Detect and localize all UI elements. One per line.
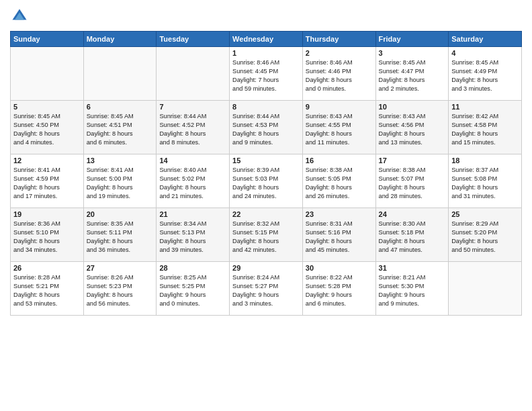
weekday-wednesday: Wednesday: [230, 32, 303, 47]
day-detail: Sunrise: 8:45 AMSunset: 4:50 PMDaylight:…: [13, 112, 81, 147]
weekday-saturday: Saturday: [449, 32, 522, 47]
day-number: 18: [451, 156, 519, 165]
day-cell: 20Sunrise: 8:35 AMSunset: 5:11 PMDayligh…: [83, 208, 157, 262]
weekday-header-row: SundayMondayTuesdayWednesdayThursdayFrid…: [11, 32, 522, 47]
day-number: 7: [159, 103, 226, 111]
day-number: 25: [451, 210, 519, 218]
day-cell: 11Sunrise: 8:42 AMSunset: 4:58 PMDayligh…: [449, 101, 522, 154]
day-number: 2: [306, 49, 373, 57]
day-cell: [157, 47, 230, 101]
day-cell: [449, 262, 522, 316]
week-row-1: 1Sunrise: 8:46 AMSunset: 4:45 PMDaylight…: [11, 47, 522, 101]
weekday-monday: Monday: [83, 32, 157, 47]
day-number: 3: [379, 49, 446, 57]
day-detail: Sunrise: 8:39 AMSunset: 5:03 PMDaylight:…: [232, 166, 300, 201]
day-cell: 2Sunrise: 8:46 AMSunset: 4:46 PMDaylight…: [302, 47, 375, 101]
day-cell: 12Sunrise: 8:41 AMSunset: 4:59 PMDayligh…: [11, 154, 84, 208]
day-number: 19: [13, 210, 81, 218]
day-number: 31: [379, 264, 446, 272]
day-detail: Sunrise: 8:25 AMSunset: 5:25 PMDaylight:…: [159, 273, 226, 308]
day-cell: 9Sunrise: 8:43 AMSunset: 4:55 PMDaylight…: [302, 101, 375, 154]
day-number: 13: [87, 156, 154, 165]
day-detail: Sunrise: 8:35 AMSunset: 5:11 PMDaylight:…: [87, 220, 154, 255]
day-cell: [83, 47, 157, 101]
day-cell: 1Sunrise: 8:46 AMSunset: 4:45 PMDaylight…: [230, 47, 303, 101]
day-cell: 23Sunrise: 8:31 AMSunset: 5:16 PMDayligh…: [302, 208, 375, 262]
weekday-sunday: Sunday: [11, 32, 84, 47]
day-detail: Sunrise: 8:43 AMSunset: 4:56 PMDaylight:…: [379, 112, 446, 147]
day-number: 11: [451, 103, 519, 111]
day-cell: 28Sunrise: 8:25 AMSunset: 5:25 PMDayligh…: [157, 262, 230, 316]
day-detail: Sunrise: 8:30 AMSunset: 5:18 PMDaylight:…: [379, 220, 446, 255]
header: [10, 7, 522, 26]
day-cell: 16Sunrise: 8:38 AMSunset: 5:05 PMDayligh…: [302, 154, 375, 208]
day-number: 14: [159, 156, 226, 165]
day-detail: Sunrise: 8:21 AMSunset: 5:30 PMDaylight:…: [379, 273, 446, 308]
day-cell: 22Sunrise: 8:32 AMSunset: 5:15 PMDayligh…: [230, 208, 303, 262]
logo: [10, 7, 32, 26]
day-detail: Sunrise: 8:38 AMSunset: 5:05 PMDaylight:…: [306, 166, 373, 201]
day-detail: Sunrise: 8:32 AMSunset: 5:15 PMDaylight:…: [232, 220, 300, 255]
day-detail: Sunrise: 8:40 AMSunset: 5:02 PMDaylight:…: [159, 166, 226, 201]
day-detail: Sunrise: 8:43 AMSunset: 4:55 PMDaylight:…: [306, 112, 373, 147]
day-number: 8: [232, 103, 300, 111]
day-cell: 18Sunrise: 8:37 AMSunset: 5:08 PMDayligh…: [449, 154, 522, 208]
day-number: 29: [232, 264, 300, 272]
day-cell: 13Sunrise: 8:41 AMSunset: 5:00 PMDayligh…: [83, 154, 157, 208]
day-detail: Sunrise: 8:41 AMSunset: 4:59 PMDaylight:…: [13, 166, 81, 201]
week-row-2: 5Sunrise: 8:45 AMSunset: 4:50 PMDaylight…: [11, 101, 522, 154]
day-cell: 21Sunrise: 8:34 AMSunset: 5:13 PMDayligh…: [157, 208, 230, 262]
day-detail: Sunrise: 8:45 AMSunset: 4:49 PMDaylight:…: [451, 58, 519, 93]
day-cell: 31Sunrise: 8:21 AMSunset: 5:30 PMDayligh…: [375, 262, 449, 316]
day-number: 23: [306, 210, 373, 218]
page: SundayMondayTuesdayWednesdayThursdayFrid…: [0, 0, 532, 411]
day-number: 22: [232, 210, 300, 218]
day-number: 5: [13, 103, 81, 111]
logo-icon: [10, 7, 29, 26]
day-detail: Sunrise: 8:41 AMSunset: 5:00 PMDaylight:…: [87, 166, 154, 201]
day-detail: Sunrise: 8:31 AMSunset: 5:16 PMDaylight:…: [306, 220, 373, 255]
day-detail: Sunrise: 8:46 AMSunset: 4:46 PMDaylight:…: [306, 58, 373, 93]
day-detail: Sunrise: 8:34 AMSunset: 5:13 PMDaylight:…: [159, 220, 226, 255]
day-cell: 4Sunrise: 8:45 AMSunset: 4:49 PMDaylight…: [449, 47, 522, 101]
day-number: 27: [87, 264, 154, 272]
weekday-friday: Friday: [375, 32, 449, 47]
day-cell: 8Sunrise: 8:44 AMSunset: 4:53 PMDaylight…: [230, 101, 303, 154]
day-number: 24: [379, 210, 446, 218]
day-cell: 24Sunrise: 8:30 AMSunset: 5:18 PMDayligh…: [375, 208, 449, 262]
day-number: 4: [451, 49, 519, 57]
day-detail: Sunrise: 8:22 AMSunset: 5:28 PMDaylight:…: [306, 273, 373, 308]
day-detail: Sunrise: 8:44 AMSunset: 4:53 PMDaylight:…: [232, 112, 300, 147]
day-number: 15: [232, 156, 300, 165]
day-detail: Sunrise: 8:42 AMSunset: 4:58 PMDaylight:…: [451, 112, 519, 147]
day-cell: 26Sunrise: 8:28 AMSunset: 5:21 PMDayligh…: [11, 262, 84, 316]
day-cell: 14Sunrise: 8:40 AMSunset: 5:02 PMDayligh…: [157, 154, 230, 208]
day-number: 30: [306, 264, 373, 272]
day-number: 28: [159, 264, 226, 272]
day-number: 16: [306, 156, 373, 165]
day-detail: Sunrise: 8:38 AMSunset: 5:07 PMDaylight:…: [379, 166, 446, 201]
day-cell: 15Sunrise: 8:39 AMSunset: 5:03 PMDayligh…: [230, 154, 303, 208]
weekday-thursday: Thursday: [302, 32, 375, 47]
week-row-3: 12Sunrise: 8:41 AMSunset: 4:59 PMDayligh…: [11, 154, 522, 208]
day-cell: [11, 47, 84, 101]
day-detail: Sunrise: 8:29 AMSunset: 5:20 PMDaylight:…: [451, 220, 519, 255]
week-row-5: 26Sunrise: 8:28 AMSunset: 5:21 PMDayligh…: [11, 262, 522, 316]
day-cell: 27Sunrise: 8:26 AMSunset: 5:23 PMDayligh…: [83, 262, 157, 316]
week-row-4: 19Sunrise: 8:36 AMSunset: 5:10 PMDayligh…: [11, 208, 522, 262]
day-cell: 3Sunrise: 8:45 AMSunset: 4:47 PMDaylight…: [375, 47, 449, 101]
day-number: 9: [306, 103, 373, 111]
day-detail: Sunrise: 8:24 AMSunset: 5:27 PMDaylight:…: [232, 273, 300, 308]
day-detail: Sunrise: 8:26 AMSunset: 5:23 PMDaylight:…: [87, 273, 154, 308]
day-cell: 19Sunrise: 8:36 AMSunset: 5:10 PMDayligh…: [11, 208, 84, 262]
day-cell: 10Sunrise: 8:43 AMSunset: 4:56 PMDayligh…: [375, 101, 449, 154]
day-detail: Sunrise: 8:45 AMSunset: 4:51 PMDaylight:…: [87, 112, 154, 147]
day-cell: 6Sunrise: 8:45 AMSunset: 4:51 PMDaylight…: [83, 101, 157, 154]
day-number: 21: [159, 210, 226, 218]
day-cell: 30Sunrise: 8:22 AMSunset: 5:28 PMDayligh…: [302, 262, 375, 316]
weekday-tuesday: Tuesday: [157, 32, 230, 47]
day-cell: 25Sunrise: 8:29 AMSunset: 5:20 PMDayligh…: [449, 208, 522, 262]
day-detail: Sunrise: 8:28 AMSunset: 5:21 PMDaylight:…: [13, 273, 81, 308]
day-number: 1: [232, 49, 300, 57]
day-detail: Sunrise: 8:36 AMSunset: 5:10 PMDaylight:…: [13, 220, 81, 255]
